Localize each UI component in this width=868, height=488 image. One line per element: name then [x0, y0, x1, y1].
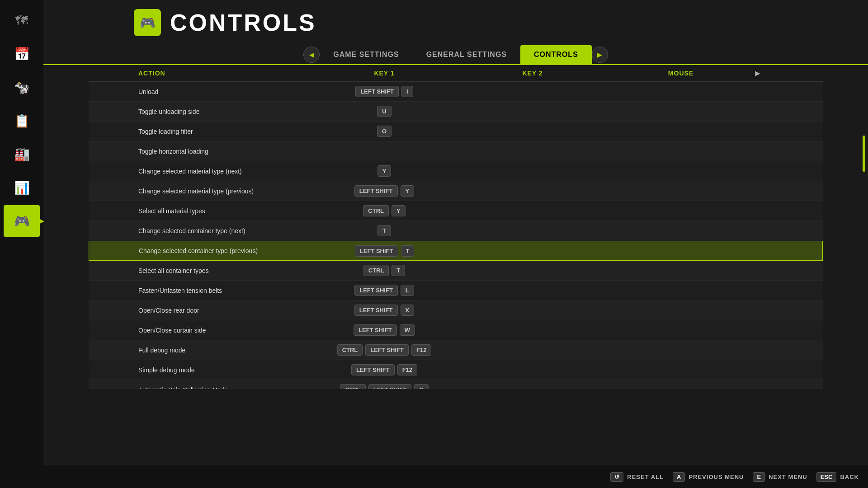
action-label: Simple debug mode: [138, 366, 310, 374]
stats-icon: 📊: [14, 180, 30, 195]
key-badge[interactable]: LEFT SHIFT: [355, 245, 398, 257]
page-title: CONTROLS: [170, 9, 316, 36]
sidebar-item-map[interactable]: 🗺: [4, 5, 40, 36]
table-row[interactable]: Toggle horizontal loading: [89, 141, 823, 161]
key-badge[interactable]: F12: [411, 344, 431, 356]
production-icon: 🏭: [14, 147, 30, 162]
key-badge[interactable]: LEFT SHIFT: [354, 285, 398, 296]
reset-action: ↺ RESET ALL: [610, 472, 664, 482]
scrollbar[interactable]: [863, 136, 865, 172]
sidebar: 🗺📅🐄📋🏭📊🎮: [0, 0, 43, 488]
col-key2: KEY 2: [458, 70, 607, 77]
action-label: Change selected material type (next): [138, 168, 310, 175]
action-label: Change selected container type (next): [138, 227, 310, 235]
key-badge[interactable]: W: [400, 324, 415, 336]
table-row[interactable]: Simple debug modeLEFT SHIFTF12: [89, 360, 823, 380]
table-row[interactable]: Change selected container type (previous…: [89, 241, 823, 261]
back-label: BACK: [840, 474, 859, 480]
tab-controls[interactable]: CONTROLS: [520, 45, 592, 64]
table-row[interactable]: Fasten/Unfasten tension beltsLEFT SHIFTL: [89, 281, 823, 300]
key-badge[interactable]: CTRL: [337, 344, 363, 356]
page-header: 🎮 CONTROLS: [43, 0, 868, 45]
key-badge[interactable]: T: [401, 245, 415, 257]
table-row[interactable]: Open/Close curtain sideLEFT SHIFTW: [89, 320, 823, 340]
key1-cell: CTRLLEFT SHIFTR: [310, 384, 458, 389]
table-row[interactable]: Change selected container type (next)T: [89, 221, 823, 241]
action-label: Change selected container type (previous…: [139, 247, 311, 254]
col-mouse: MOUSE: [607, 70, 755, 77]
key-badge[interactable]: LEFT SHIFT: [351, 364, 395, 375]
tab-prev-arrow[interactable]: ◀: [303, 47, 320, 63]
footer-bar: ↺ RESET ALL A PREVIOUS MENU E NEXT MENU …: [43, 465, 868, 488]
map-icon: 🗺: [15, 13, 28, 28]
table-row[interactable]: Select all container typesCTRLT: [89, 261, 823, 281]
action-label: Unload: [138, 88, 310, 95]
table-body: UnloadLEFT SHIFTIToggle unloading sideUT…: [89, 82, 823, 389]
key-badge[interactable]: L: [401, 285, 414, 296]
key-badge[interactable]: X: [401, 305, 415, 316]
prev-menu-action: A PREVIOUS MENU: [673, 472, 744, 482]
key1-cell: T: [310, 225, 458, 236]
table-row[interactable]: Full debug modeCTRLLEFT SHIFTF12: [89, 340, 823, 360]
reset-key[interactable]: ↺: [610, 472, 623, 482]
action-label: Select all container types: [138, 267, 310, 274]
key-badge[interactable]: LEFT SHIFT: [355, 86, 399, 97]
key-badge[interactable]: LEFT SHIFT: [354, 324, 397, 336]
col-arrow: ▶: [755, 70, 773, 77]
sidebar-item-animals[interactable]: 🐄: [4, 71, 40, 103]
table-row[interactable]: Toggle loading filterO: [89, 122, 823, 141]
table-row[interactable]: Toggle unloading sideU: [89, 102, 823, 122]
key-badge[interactable]: LEFT SHIFT: [354, 305, 398, 316]
key-badge[interactable]: Y: [401, 185, 415, 197]
key1-cell: CTRLT: [310, 265, 458, 276]
action-label: Open/Close curtain side: [138, 327, 310, 334]
col-key1: KEY 1: [310, 70, 458, 77]
sidebar-item-production[interactable]: 🏭: [4, 138, 40, 170]
tab-general-settings[interactable]: GENERAL SETTINGS: [413, 45, 520, 64]
sidebar-item-calendar[interactable]: 📅: [4, 38, 40, 70]
key-badge[interactable]: CTRL: [363, 205, 389, 216]
table-row[interactable]: Select all material typesCTRLY: [89, 201, 823, 221]
action-label: Open/Close rear door: [138, 307, 310, 314]
sidebar-item-controls[interactable]: 🎮: [4, 205, 40, 237]
key-badge[interactable]: Y: [392, 205, 406, 216]
next-label: NEXT MENU: [769, 474, 807, 480]
prev-key[interactable]: A: [673, 472, 685, 482]
col-action: ACTION: [138, 70, 310, 77]
sidebar-item-stats[interactable]: 📊: [4, 172, 40, 203]
key-badge[interactable]: LEFT SHIFT: [368, 384, 412, 389]
key-badge[interactable]: Y: [377, 165, 392, 177]
key1-cell: LEFT SHIFTF12: [310, 364, 458, 375]
key1-cell: Y: [310, 165, 458, 177]
key-badge[interactable]: R: [414, 384, 428, 389]
key1-cell: CTRLLEFT SHIFTF12: [310, 344, 458, 356]
key-badge[interactable]: O: [377, 126, 392, 137]
tab-game-settings[interactable]: GAME SETTINGS: [320, 45, 412, 64]
table-row[interactable]: Change selected material type (next)Y: [89, 161, 823, 181]
animals-icon: 🐄: [14, 80, 30, 95]
key1-cell: LEFT SHIFTT: [311, 245, 458, 257]
tab-next-arrow[interactable]: ▶: [592, 47, 608, 63]
action-label: Toggle loading filter: [138, 128, 310, 135]
controls-table: ACTION KEY 1 KEY 2 MOUSE ▶ UnloadLEFT SH…: [43, 65, 868, 465]
key-badge[interactable]: T: [392, 265, 405, 276]
key-badge[interactable]: LEFT SHIFT: [365, 344, 409, 356]
key-badge[interactable]: CTRL: [340, 384, 366, 389]
key-badge[interactable]: T: [377, 225, 391, 236]
contracts-icon: 📋: [14, 113, 30, 128]
next-key[interactable]: E: [753, 472, 765, 482]
reset-label: RESET ALL: [627, 474, 664, 480]
table-row[interactable]: Open/Close rear doorLEFT SHIFTX: [89, 300, 823, 320]
key-badge[interactable]: F12: [397, 364, 417, 375]
table-row[interactable]: Change selected material type (previous)…: [89, 181, 823, 201]
key1-cell: O: [310, 126, 458, 137]
key-badge[interactable]: CTRL: [363, 265, 389, 276]
action-label: Automatic Bale Collection Mode: [138, 386, 310, 389]
table-row[interactable]: UnloadLEFT SHIFTI: [89, 82, 823, 102]
table-row[interactable]: Automatic Bale Collection ModeCTRLLEFT S…: [89, 380, 823, 389]
back-key[interactable]: ESC: [816, 472, 837, 482]
sidebar-item-contracts[interactable]: 📋: [4, 105, 40, 136]
key-badge[interactable]: LEFT SHIFT: [354, 185, 398, 197]
key-badge[interactable]: I: [401, 86, 413, 97]
key-badge[interactable]: U: [377, 106, 391, 117]
